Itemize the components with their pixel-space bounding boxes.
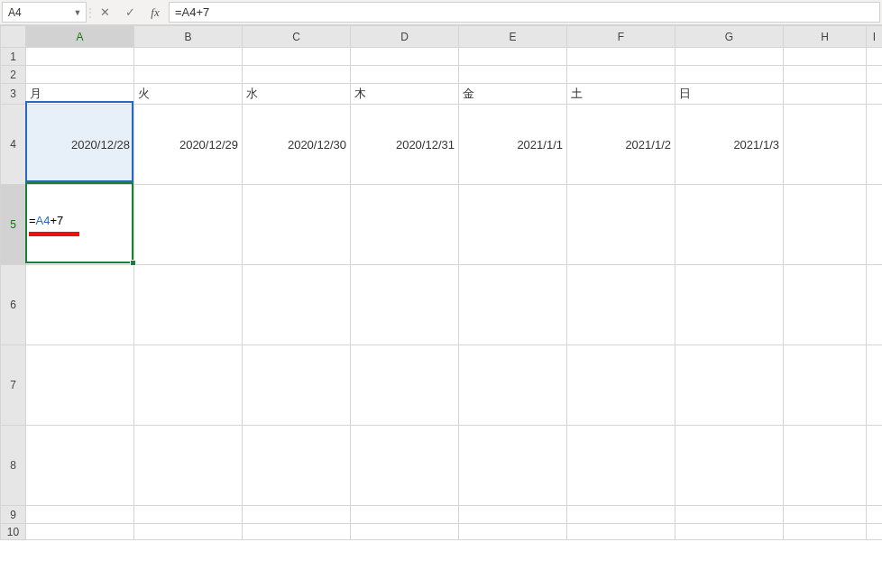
row-header-2[interactable]: 2 — [1, 66, 26, 84]
cell-D1[interactable] — [351, 48, 459, 66]
col-header-D[interactable]: D — [351, 26, 459, 48]
cell-G10[interactable] — [675, 524, 784, 540]
cell-G6[interactable] — [675, 265, 784, 345]
col-header-G[interactable]: G — [675, 26, 784, 48]
col-header-A[interactable]: A — [26, 26, 134, 48]
cell-G4[interactable]: 2021/1/3 — [675, 105, 784, 185]
cancel-button[interactable]: ✕ — [96, 5, 113, 21]
col-header-C[interactable]: C — [243, 26, 351, 48]
cell-G2[interactable] — [675, 66, 784, 84]
cell-B10[interactable] — [134, 524, 243, 540]
cell-F6[interactable] — [567, 265, 675, 345]
cell-E5[interactable] — [459, 185, 567, 265]
cell-D2[interactable] — [351, 66, 459, 84]
col-header-H[interactable]: H — [784, 26, 867, 48]
cell-B6[interactable] — [134, 265, 243, 345]
cell-F1[interactable] — [567, 48, 675, 66]
cell-H8[interactable] — [784, 426, 867, 506]
cell-A3[interactable]: 月 — [26, 84, 134, 105]
cell-B4[interactable]: 2020/12/29 — [134, 105, 243, 185]
cell-C3[interactable]: 水 — [243, 84, 351, 105]
cell-E8[interactable] — [459, 426, 567, 506]
cell-B3[interactable]: 火 — [134, 84, 243, 105]
cell-B5[interactable] — [134, 185, 243, 265]
row-header-7[interactable]: 7 — [1, 345, 26, 426]
cell-A1[interactable] — [26, 48, 134, 66]
cell-H6[interactable] — [784, 265, 867, 345]
cell-A9[interactable] — [26, 506, 134, 524]
cell-G8[interactable] — [675, 426, 784, 506]
cell-H4[interactable] — [784, 105, 867, 185]
cell-H7[interactable] — [784, 345, 867, 426]
cell-E2[interactable] — [459, 66, 567, 84]
cell-I5[interactable] — [867, 185, 883, 265]
cell-E10[interactable] — [459, 524, 567, 540]
cell-I4[interactable] — [867, 105, 883, 185]
cell-I2[interactable] — [867, 66, 883, 84]
name-box-dropdown-icon[interactable]: ▼ — [71, 6, 84, 19]
cell-E7[interactable] — [459, 345, 567, 426]
insert-function-button[interactable]: fx — [147, 5, 163, 21]
cell-E1[interactable] — [459, 48, 567, 66]
cell-F5[interactable] — [567, 185, 675, 265]
cell-I7[interactable] — [867, 345, 883, 426]
cell-C8[interactable] — [243, 426, 351, 506]
row-header-6[interactable]: 6 — [1, 265, 26, 345]
cell-D4[interactable]: 2020/12/31 — [351, 105, 459, 185]
cell-D8[interactable] — [351, 426, 459, 506]
cell-E4[interactable]: 2021/1/1 — [459, 105, 567, 185]
cell-F8[interactable] — [567, 426, 675, 506]
cell-H10[interactable] — [784, 524, 867, 540]
cell-I3[interactable] — [867, 84, 883, 105]
fill-handle-icon[interactable] — [130, 260, 136, 266]
cell-D9[interactable] — [351, 506, 459, 524]
cell-A10[interactable] — [26, 524, 134, 540]
row-header-5[interactable]: 5 — [1, 185, 26, 265]
cell-F7[interactable] — [567, 345, 675, 426]
cell-C7[interactable] — [243, 345, 351, 426]
cell-B8[interactable] — [134, 426, 243, 506]
cell-C2[interactable] — [243, 66, 351, 84]
cell-C6[interactable] — [243, 265, 351, 345]
cell-G1[interactable] — [675, 48, 784, 66]
name-box[interactable]: A4 ▼ — [2, 2, 87, 23]
cell-C1[interactable] — [243, 48, 351, 66]
cell-H3[interactable] — [784, 84, 867, 105]
cell-G3[interactable]: 日 — [675, 84, 784, 105]
cell-H5[interactable] — [784, 185, 867, 265]
cell-B7[interactable] — [134, 345, 243, 426]
select-all-corner[interactable] — [1, 26, 26, 48]
cell-G5[interactable] — [675, 185, 784, 265]
cell-G9[interactable] — [675, 506, 784, 524]
cell-B1[interactable] — [134, 48, 243, 66]
cell-C4[interactable]: 2020/12/30 — [243, 105, 351, 185]
cell-F10[interactable] — [567, 524, 675, 540]
cell-H9[interactable] — [784, 506, 867, 524]
col-header-E[interactable]: E — [459, 26, 567, 48]
cell-I9[interactable] — [867, 506, 883, 524]
cell-E9[interactable] — [459, 506, 567, 524]
cell-B2[interactable] — [134, 66, 243, 84]
cell-A6[interactable] — [26, 265, 134, 345]
cell-C9[interactable] — [243, 506, 351, 524]
cell-C5[interactable] — [243, 185, 351, 265]
cell-F4[interactable]: 2021/1/2 — [567, 105, 675, 185]
cell-H1[interactable] — [784, 48, 867, 66]
col-header-F[interactable]: F — [567, 26, 675, 48]
col-header-B[interactable]: B — [134, 26, 243, 48]
cell-G7[interactable] — [675, 345, 784, 426]
cell-F2[interactable] — [567, 66, 675, 84]
cell-E6[interactable] — [459, 265, 567, 345]
cell-A5[interactable]: =A4+7 — [26, 185, 134, 265]
row-header-9[interactable]: 9 — [1, 506, 26, 524]
cell-I1[interactable] — [867, 48, 883, 66]
row-header-8[interactable]: 8 — [1, 426, 26, 506]
cell-I8[interactable] — [867, 426, 883, 506]
enter-button[interactable]: ✓ — [122, 5, 138, 21]
cell-D7[interactable] — [351, 345, 459, 426]
cell-D10[interactable] — [351, 524, 459, 540]
cell-H2[interactable] — [784, 66, 867, 84]
col-header-I[interactable]: I — [867, 26, 883, 48]
cell-A2[interactable] — [26, 66, 134, 84]
row-header-1[interactable]: 1 — [1, 48, 26, 66]
